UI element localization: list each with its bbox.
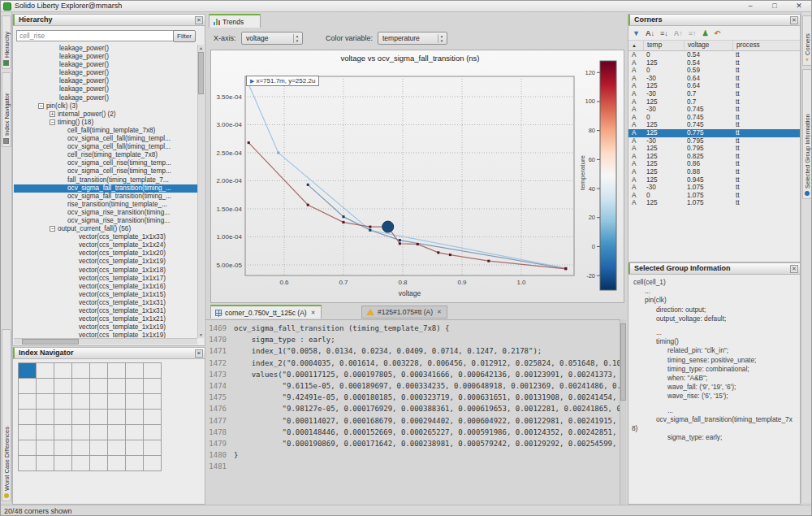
corner-row[interactable]: A1251.075tt <box>628 199 800 207</box>
corner-row[interactable]: A1250.945tt <box>628 176 800 184</box>
corner-row[interactable]: A1250.825tt <box>628 153 800 161</box>
data-point[interactable] <box>369 226 371 228</box>
close-tab-icon[interactable]: ✕ <box>436 308 443 316</box>
corner-row[interactable]: A00.59tt <box>628 67 800 75</box>
index-cell[interactable] <box>144 394 162 410</box>
index-cell[interactable] <box>19 379 37 394</box>
selected-data-point[interactable] <box>382 221 394 232</box>
sort-name-asc-icon[interactable]: A↓ <box>646 29 654 37</box>
scrollbar-thumb[interactable] <box>22 339 79 345</box>
tree-item[interactable]: ocv_sigma_cell_rise(timing_temp... <box>14 159 197 167</box>
data-point[interactable] <box>437 251 439 254</box>
sidebar-tab-hierarchy[interactable]: Hierarchy <box>2 15 11 69</box>
index-cell[interactable] <box>144 440 162 456</box>
tree-item[interactable]: −pin(clk) (3) <box>14 102 197 111</box>
tree-item[interactable]: vector(ccs_template_1x1x31) <box>14 299 197 307</box>
index-cell[interactable] <box>126 440 144 456</box>
index-cell[interactable] <box>144 425 162 440</box>
corners-table-header[interactable]: ▲ temp voltage process <box>628 41 800 51</box>
index-cell[interactable] <box>54 379 72 394</box>
data-point[interactable] <box>307 204 309 206</box>
index-cell[interactable] <box>54 410 72 425</box>
corner-row[interactable]: A1250.7tt <box>628 98 800 106</box>
index-cell[interactable] <box>108 379 126 394</box>
column-voltage[interactable]: voltage <box>684 41 732 50</box>
minimize-button[interactable]: – <box>738 1 762 12</box>
tree-item[interactable]: vector(ccs_template_1x1x19) <box>14 258 197 266</box>
scrollbar-thumb[interactable] <box>620 323 626 401</box>
data-point[interactable] <box>417 243 419 245</box>
index-cell[interactable] <box>90 394 108 410</box>
index-cell[interactable] <box>90 410 108 425</box>
corner-row[interactable]: A1250.745tt <box>628 121 800 129</box>
tab-corner-document-2[interactable]: #125#1.075#tt (A) ✕ <box>361 306 447 319</box>
corner-row[interactable]: A-300.7tt <box>628 90 800 98</box>
tree-item[interactable]: vector(ccs_template_1x1x33) <box>14 233 197 241</box>
data-point[interactable] <box>369 229 371 232</box>
data-point[interactable] <box>307 184 309 186</box>
index-cell[interactable] <box>144 379 162 394</box>
data-point[interactable] <box>248 141 250 144</box>
data-point[interactable] <box>399 242 401 245</box>
scroll-up-icon[interactable]: ▲ <box>198 45 204 51</box>
expand-icon[interactable]: + <box>50 111 55 117</box>
tree-item[interactable]: leakage_power() <box>14 53 197 61</box>
liberty-source-view[interactable]: 1469ocv_sigma_fall_transition (timing_te… <box>205 319 620 505</box>
tree-item[interactable]: vector(ccs_template_1x1x31) <box>14 307 197 315</box>
sort-indicator-icon[interactable]: ▲ <box>628 41 643 50</box>
index-cell[interactable] <box>37 410 54 425</box>
corner-row[interactable]: A1250.88tt <box>628 168 800 176</box>
index-cell[interactable] <box>108 394 126 410</box>
xaxis-select[interactable]: voltage ▲▼ <box>241 32 303 45</box>
index-cell[interactable] <box>72 456 90 471</box>
tree-item[interactable]: ocv_sigma_cell_fall(timing_templ... <box>14 143 197 151</box>
index-cell[interactable] <box>108 456 126 471</box>
index-cell[interactable] <box>144 456 162 471</box>
group-icon[interactable]: ♟ <box>702 29 708 37</box>
corner-row[interactable]: A1250.86tt <box>628 160 800 168</box>
sidebar-tab-index-navigator[interactable]: Index Navigator <box>2 72 11 147</box>
data-point[interactable] <box>343 221 345 223</box>
corners-close-icon[interactable]: ✕ <box>790 16 798 24</box>
corner-row[interactable]: A1250.54tt <box>628 59 800 67</box>
index-cell[interactable] <box>90 363 108 379</box>
color-variable-select[interactable]: temperature ▲▼ <box>378 32 447 45</box>
index-cell[interactable] <box>72 379 90 394</box>
tree-item[interactable]: leakage_power() <box>14 85 197 93</box>
tree-item[interactable]: leakage_power() <box>14 45 197 53</box>
sort-list-asc-icon[interactable]: ≡↓ <box>660 29 668 37</box>
group-info-close-icon[interactable]: ✕ <box>790 265 798 273</box>
index-cell[interactable] <box>144 410 162 425</box>
sort-list-desc-icon[interactable]: ≡↑ <box>689 29 697 37</box>
sort-name-desc-icon[interactable]: A↑ <box>674 29 683 37</box>
index-cell[interactable] <box>126 363 144 379</box>
index-cell[interactable] <box>37 456 54 471</box>
corner-row[interactable]: A-301.075tt <box>628 184 800 192</box>
sidebar-tab-corners[interactable]: ▲Corners <box>802 15 812 66</box>
plot-area[interactable] <box>245 76 574 275</box>
corner-row[interactable]: A1250.64tt <box>628 82 800 90</box>
index-cell[interactable] <box>54 425 72 440</box>
index-cell-selected[interactable] <box>19 363 37 379</box>
index-cell[interactable] <box>37 379 54 394</box>
index-cell[interactable] <box>108 410 126 425</box>
column-temp[interactable]: temp <box>643 41 684 50</box>
index-cell[interactable] <box>126 410 144 425</box>
index-cell[interactable] <box>90 425 108 440</box>
index-cell[interactable] <box>19 394 37 410</box>
tree-item[interactable]: vector(ccs_template_1x1x18) <box>14 267 197 275</box>
data-point[interactable] <box>277 152 279 154</box>
corner-row[interactable]: A-300.795tt <box>628 137 800 145</box>
index-cell[interactable] <box>90 379 108 394</box>
tree-item[interactable]: ocv_sigma_cell_fall(timing_templ... <box>14 135 197 143</box>
index-cell[interactable] <box>108 440 126 456</box>
index-cell[interactable] <box>19 410 37 425</box>
index-cell[interactable] <box>37 440 54 456</box>
tree-item[interactable]: vector(ccs_template_1x1x19) <box>14 332 197 338</box>
filter-input[interactable] <box>16 30 179 41</box>
tree-vertical-scrollbar[interactable]: ▲ ▼ <box>197 45 204 338</box>
tree-item[interactable]: leakage_power() <box>14 94 197 102</box>
corner-row[interactable]: A1250.795tt <box>628 145 800 153</box>
sidebar-tab-selected-group-information[interactable]: Selected Group Information <box>802 69 812 199</box>
tab-trends[interactable]: Trends <box>209 14 261 28</box>
